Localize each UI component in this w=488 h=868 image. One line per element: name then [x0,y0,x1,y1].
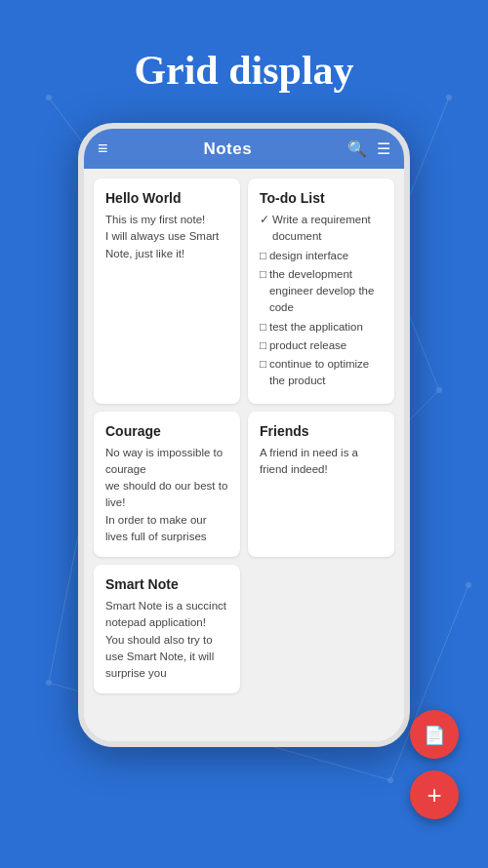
note-body: Smart Note is a succinct notepad applica… [105,598,228,682]
add-note-button[interactable] [410,770,459,819]
toolbar-title: Notes [118,139,338,159]
doc-icon [424,722,445,747]
note-body: This is my first note!I will always use … [105,212,228,262]
note-friends[interactable]: Friends A friend in need is a friend ind… [248,412,394,558]
menu-icon[interactable]: ≡ [98,138,108,159]
phone-frame: ≡ Notes 🔍 ☰ Hello World This is my first… [78,123,410,747]
note-title: Smart Note [105,576,228,592]
notes-grid: Hello World This is my first note!I will… [84,169,404,741]
search-icon[interactable]: 🔍 [347,139,367,158]
note-hello-world[interactable]: Hello World This is my first note!I will… [94,178,240,404]
note-title: To-do List [260,190,383,206]
app-toolbar: ≡ Notes 🔍 ☰ [84,129,404,169]
note-title: Friends [260,423,383,439]
new-doc-button[interactable] [410,710,459,759]
add-icon [427,780,441,810]
note-todo-list[interactable]: To-do List ✓Write a requirement document… [248,178,394,404]
note-title: Courage [105,423,228,439]
note-smart-note[interactable]: Smart Note Smart Note is a succinct note… [94,565,240,693]
filter-icon[interactable]: ☰ [377,139,390,158]
note-body: ✓Write a requirement document □design in… [260,212,383,390]
fab-container [410,710,459,819]
svg-point-19 [387,777,393,783]
phone-mockup: ≡ Notes 🔍 ☰ Hello World This is my first… [0,123,488,747]
note-title: Hello World [105,190,228,206]
toolbar-actions: 🔍 ☰ [347,139,390,158]
note-courage[interactable]: Courage No way is impossible to couragew… [94,412,240,558]
page-title: Grid display [0,0,488,123]
note-body: A friend in need is a friend indeed! [260,445,383,479]
note-body: No way is impossible to couragewe should… [105,445,228,546]
